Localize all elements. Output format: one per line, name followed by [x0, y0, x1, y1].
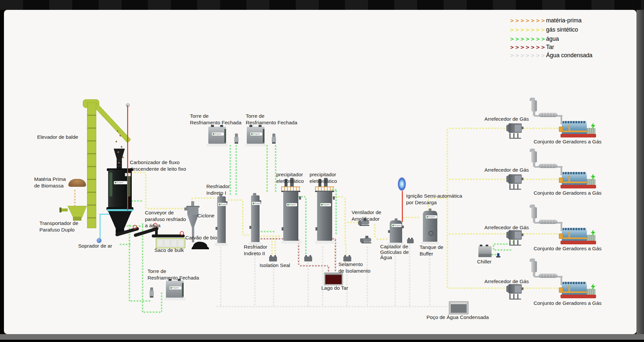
pyrogreen-logo: Pyrogreen [287, 203, 297, 206]
gas-cooler [506, 230, 523, 245]
booster-fan [360, 236, 375, 244]
flow-agua: <<<<< [260, 230, 275, 233]
flow-condensado: >>>>>>>>>>>>>>> [272, 262, 275, 306]
isolation-seal [269, 256, 277, 261]
isolation-seal [304, 256, 312, 261]
label-saco-bulk: Saco de bulk [154, 247, 184, 254]
label-ciclone: Ciclone [197, 212, 215, 219]
air-blower [97, 238, 102, 243]
gas-generator-set [528, 149, 597, 189]
legend-label-agua: água [546, 36, 559, 42]
wood-chip [118, 162, 120, 164]
flow-gas: >>>>> [373, 224, 377, 237]
buffer-tank [423, 208, 441, 245]
gas-cooler [506, 284, 523, 299]
label-conveyor: Conveyor de parafuso resfriado a água [145, 209, 186, 229]
flow-agua: <<<<<<< [130, 299, 150, 303]
pyrogreen-logo: Pyrogreen [426, 215, 437, 218]
label-conjunto-4: Conjunto de Geradores a Gás [534, 300, 602, 306]
electrostatic-precipitator [281, 178, 302, 244]
tar-lake [324, 272, 343, 285]
legend-arrow-gas-sintetico: >>>>>>> [510, 27, 546, 34]
label-conjunto-3: Conjunto de Geradores a Gás [534, 245, 602, 252]
gas-cooler [506, 123, 523, 138]
circulation-pump [150, 287, 154, 298]
label-arrefecedor-4: Arrefecedor de Gás [484, 278, 530, 285]
gas-generator-set [528, 258, 597, 299]
flow-gas: >>>>> [227, 198, 242, 202]
flow-gas: >>>>>>>>>>>>>>>>>>> [449, 286, 506, 290]
legend-label-agua-condensada: Água condensada [546, 52, 592, 59]
label-lago-tar: Lago do Tar [321, 285, 348, 291]
circulation-pump [272, 134, 276, 144]
gas-generator-set [528, 98, 597, 138]
flow-gas: >>>> [376, 237, 389, 241]
pyrogreen-logo: Pyrogreen [320, 203, 331, 206]
flow-agua: >>>>>> [494, 248, 513, 252]
pyrogreen-logo: Pyrogreen [392, 224, 402, 227]
closed-cooling-tower [247, 127, 264, 146]
flow-gas: >>>>>>>>>>>> [144, 174, 148, 208]
label-ventilador: Ventilador de Amplificador [352, 209, 381, 222]
legend-label-tar: Tar [546, 44, 554, 51]
condensed-water-pool [449, 301, 469, 314]
label-carvao-bio: Carvão de bio [185, 234, 217, 241]
label-materia-prima: Matéria Prima de Biomassa [34, 176, 66, 189]
label-tanque-buffer: Tanque de Buffer [420, 244, 443, 257]
valve-wheel [133, 225, 137, 229]
pyrogreen-logo: Pyrogreen [212, 133, 224, 135]
label-arrefecedor-3: Arrefecedor de Gás [484, 224, 530, 231]
flow-gas: >>>>>>> [195, 196, 216, 200]
biomass-pile [68, 179, 86, 187]
legend-label-materia-prima: matéria-prima [546, 17, 582, 24]
chiller [478, 246, 492, 257]
label-torre-resfriamento-2: Torre de Resfriamento Fechada [246, 113, 297, 126]
label-transportador: Transportador de Parafuso Duplo [39, 220, 78, 233]
flow-condensado: >>>>>>>>>>>>>>> [306, 262, 310, 306]
flow-agua: <<<<<<<<<<<<<<<<< [234, 145, 238, 196]
flow-agua: >>>>>>>>>>>>>>>> [265, 145, 269, 193]
isolation-seal [407, 239, 414, 243]
label-arrefecedor-1: Arrefecedor de Gás [484, 116, 530, 122]
flow-gas: <<<<<<<<<<<<<<<<<<<<<<<< [446, 129, 449, 198]
label-elevador-de-balde: Elevador de balde [37, 134, 78, 140]
flow-gas: >>>>>>>>>>>>>>>> [343, 198, 347, 244]
ignition-discharge-rod [402, 191, 403, 222]
label-poco: Poço de Água Condensada [426, 314, 489, 321]
label-conjunto-2: Conjunto de Geradores a Gás [534, 190, 602, 196]
label-selamento: Selamento de Isolamento [338, 261, 370, 274]
flow-agua: >>>> [131, 199, 143, 203]
gas-generator-set [528, 205, 597, 245]
legend-arrow-agua-condensada: >>>>>>> [510, 53, 546, 59]
label-soprador: Soprador de ar [78, 243, 112, 249]
indirect-cooler-2 [248, 193, 262, 246]
pyrogreen-logo: Pyrogreen [170, 286, 181, 289]
chiller-pump [496, 253, 500, 258]
closed-cooling-tower [208, 127, 226, 146]
flow-gas: >>>>>>>>>>>>>>>>>>> [449, 127, 506, 130]
pyrogreen-logo: Pyrogreen [218, 203, 227, 206]
air-pipe [100, 214, 111, 215]
label-conjunto-1: Conjunto de Geradores a Gás [534, 138, 602, 145]
isolation-seal [343, 256, 351, 261]
flow-gas: >>>> [344, 244, 348, 256]
process-flow-diagram: >>>>>>> matéria-prima >>>>>>> gás sintét… [0, 0, 644, 342]
legend-arrow-agua: >>>>>>> [510, 36, 546, 43]
flow-agua: >>>>>>>>>>>>>>>>>>> [304, 198, 308, 255]
flow-agua: <<<<<<< [160, 292, 163, 312]
pyrogreen-logo: Pyrogreen [114, 181, 127, 184]
flow-agua: <<<<<<<<<<<<<<<< [274, 145, 277, 193]
pyrogreen-logo: Pyrogreen [250, 133, 262, 135]
flow-condensado: >>>>>>>>>>>>>>>>>>>> [365, 246, 369, 306]
label-ignicao: Ignição Semi-automática por Descarga [406, 193, 462, 206]
label-torre-resfriamento-3: Torre de Resfriamento Fechada [148, 268, 199, 281]
flow-gas: >>>>>>>>>>>>>>>>>>> [449, 232, 506, 236]
label-resfriador-2: Resfriador Indireto II [244, 244, 267, 256]
flow-gas: >>>>>>>>>>>>>>>>>>> [449, 178, 506, 181]
flow-gas: >>>>>>>>>>>>>>>>>>>>>>>>>>>>>> [446, 198, 449, 288]
gas-cooler [506, 174, 523, 189]
ignition-rod [127, 105, 128, 210]
frame-bottom-band [0, 334, 644, 340]
flow-condensado: >>>>>>>>>>>>>>>>>>>>>>>>>>>>>>>>>>>>>>>>… [216, 305, 448, 308]
flow-agua: >>>>>>>>>>>>>>>>>>>>>>>>>> [127, 224, 131, 301]
